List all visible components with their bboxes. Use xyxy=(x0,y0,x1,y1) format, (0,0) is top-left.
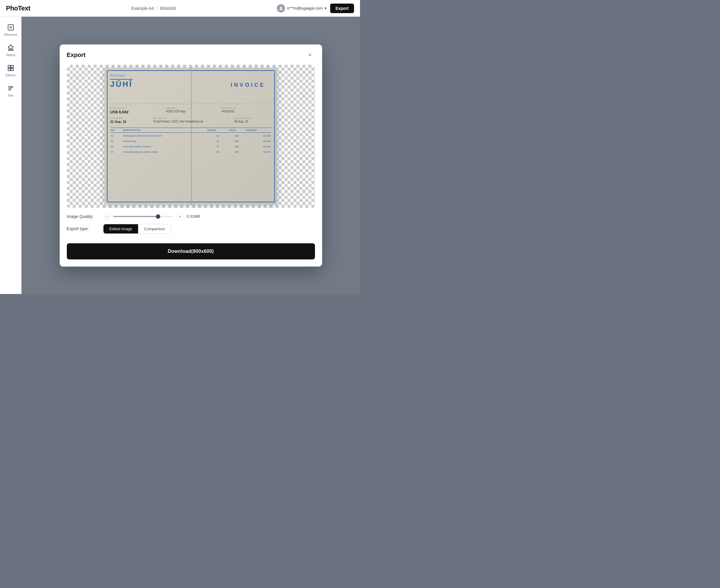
billed-to-item: BILLED TO Ford Prefect, CEO, Not Panicki… xyxy=(153,117,228,123)
close-button[interactable]: × xyxy=(305,50,315,60)
cell-desc: Wireframing xyxy=(123,138,207,144)
tab-comparison[interactable]: Comparison xyxy=(138,224,171,233)
due-date-item: DUE DATE 21 Sep, 15 xyxy=(110,117,148,123)
billing-date-label: BILLING DATE xyxy=(234,117,271,119)
invoice-id-item: INVOICE ID #H2G242 xyxy=(222,107,271,114)
preview-area: PhoText JŪHĪ INVOICE DUE AMOUNT US$ 6,94… xyxy=(67,65,315,208)
svg-point-0 xyxy=(280,6,282,8)
cell-rate: $42 xyxy=(228,138,245,144)
svg-rect-6 xyxy=(11,65,14,68)
sidebar-stamp-label: Stamp xyxy=(6,53,16,57)
project-label: PROJECT xyxy=(166,107,215,109)
cell-desc: Low+high fidelity mockups xyxy=(123,144,207,149)
export-type-tabs: Edited Image Comparison xyxy=(103,224,171,234)
billing-date-item: BILLING DATE 30 Aug, 15 xyxy=(234,117,271,123)
invoice-id-label: INVOICE ID xyxy=(222,107,271,109)
cell-no: 04 xyxy=(110,149,123,154)
cell-amount: $1,680 xyxy=(245,132,271,138)
sidebar-item-stamp[interactable]: Stamp xyxy=(2,41,20,60)
removal-icon xyxy=(6,23,15,31)
cell-rate: $42 xyxy=(228,149,245,154)
sidebar-removal-label: Removal xyxy=(4,33,17,36)
chevron-down-icon: ▾ xyxy=(325,6,327,10)
cell-rate: $42 xyxy=(228,144,245,149)
cell-amount: $1,470 xyxy=(245,149,271,154)
sidebar-item-removal[interactable]: Removal xyxy=(2,20,20,39)
cell-no: 01 xyxy=(110,132,123,138)
file-dimensions: 800x600 xyxy=(160,6,176,11)
user-email: s***m@tugaigai.com xyxy=(287,6,323,10)
quality-row: Image Quality: − + 0.31MB xyxy=(67,213,315,220)
cell-amount: $2,940 xyxy=(245,144,271,149)
quality-size: 0.31MB xyxy=(187,214,203,218)
app-header: PhoText Example-A4 / 800x600 s***m@tugai… xyxy=(0,0,360,17)
effects-icon xyxy=(6,64,15,72)
table-row: 03 Low+high fidelity mockups 70 $42 $2,9… xyxy=(110,144,271,149)
invoice-preview: PhoText JŪHĪ INVOICE DUE AMOUNT US$ 6,94… xyxy=(104,68,277,205)
sidebar-item-effects[interactable]: Effects xyxy=(2,61,20,80)
cell-hours: 40 xyxy=(207,132,228,138)
stamp-icon xyxy=(6,44,15,52)
cell-hours: 30 xyxy=(207,138,228,144)
download-section: Download(800x600) xyxy=(60,238,322,267)
quality-slider[interactable] xyxy=(114,216,173,217)
due-amount-value: US$ 6,942 xyxy=(110,110,160,114)
svg-rect-8 xyxy=(11,68,14,71)
cell-amount: $1,260 xyxy=(245,138,271,144)
quality-increase-button[interactable]: + xyxy=(177,213,183,220)
cell-no: 02 xyxy=(110,138,123,144)
table-header-rate: RATE xyxy=(228,128,245,132)
breadcrumb-separator: / xyxy=(156,6,158,11)
billed-to-label: BILLED TO xyxy=(153,117,228,119)
quality-thumb xyxy=(156,214,160,218)
cell-hours: 35 xyxy=(207,149,228,154)
table-row: 02 Wireframing 30 $42 $1,260 xyxy=(110,138,271,144)
cell-rate: $42 xyxy=(228,132,245,138)
project-value: H2G2 iOS App xyxy=(166,110,215,113)
invoice-logo: PhoText xyxy=(110,74,271,77)
due-amount-label: DUE AMOUNT xyxy=(110,107,160,109)
avatar xyxy=(277,4,285,13)
header-right: s***m@tugaigai.com ▾ Export xyxy=(277,4,354,13)
app-logo: PhoText xyxy=(6,4,30,12)
table-header-no: NO. xyxy=(110,128,123,132)
invoice-id-value: #H2G242 xyxy=(222,110,271,113)
sidebar-effects-label: Effects xyxy=(6,74,16,77)
export-type-row: Export type: Edited Image Comparison xyxy=(67,224,315,234)
quality-decrease-button[interactable]: − xyxy=(103,213,110,220)
user-info: s***m@tugaigai.com ▾ xyxy=(277,4,326,13)
sidebar: Removal Stamp Effects Info xyxy=(0,17,21,294)
cell-no: 03 xyxy=(110,144,123,149)
modal-controls: Image Quality: − + 0.31MB Export type: E… xyxy=(60,208,322,238)
modal-title: Export xyxy=(67,51,86,59)
main-content: Export × PhoText JŪHĪ INVOICE DUE AM xyxy=(21,17,360,294)
cell-desc: Defining the information architecture xyxy=(123,132,207,138)
billed-to-value: Ford Prefect, CEO, Not Panicking Ltd. xyxy=(153,120,228,123)
export-type-label: Export type: xyxy=(67,226,100,231)
header-breadcrumb: Example-A4 / 800x600 xyxy=(131,6,176,11)
file-name: Example-A4 xyxy=(131,6,154,11)
invoice-meta-row-1: DUE AMOUNT US$ 6,942 PROJECT H2G2 iOS Ap… xyxy=(110,104,271,114)
billing-date-value: 30 Aug, 15 xyxy=(234,120,271,123)
info-icon xyxy=(6,84,15,92)
invoice-meta-row-2: DUE DATE 21 Sep, 15 BILLED TO Ford Prefe… xyxy=(110,117,271,123)
table-header-desc: DESCRIPTION xyxy=(123,128,207,132)
table-row: 04 Final polishing and asset creation 35… xyxy=(110,149,271,154)
svg-rect-4 xyxy=(8,49,13,50)
sidebar-item-info[interactable]: Info xyxy=(2,81,20,100)
invoice-label: INVOICE xyxy=(230,82,265,88)
svg-rect-5 xyxy=(8,65,11,68)
table-header-amount: AMOUNT xyxy=(245,128,271,132)
table-row: 01 Defining the information architecture… xyxy=(110,132,271,138)
export-modal: Export × PhoText JŪHĪ INVOICE DUE AM xyxy=(60,44,322,267)
project-item: PROJECT H2G2 iOS App xyxy=(166,107,215,114)
invoice-table: NO. DESCRIPTION HOURS RATE AMOUNT 01 Def… xyxy=(110,128,271,155)
due-date-label: DUE DATE xyxy=(110,117,148,119)
svg-rect-7 xyxy=(8,68,11,71)
tab-edited-image[interactable]: Edited Image xyxy=(103,224,138,233)
table-header-hours: HOURS xyxy=(207,128,228,132)
export-button[interactable]: Export xyxy=(330,4,354,13)
due-date-value: 21 Sep, 15 xyxy=(110,120,148,123)
invoice-content: PhoText JŪHĪ INVOICE DUE AMOUNT US$ 6,94… xyxy=(110,74,271,199)
download-button[interactable]: Download(800x600) xyxy=(67,243,315,259)
